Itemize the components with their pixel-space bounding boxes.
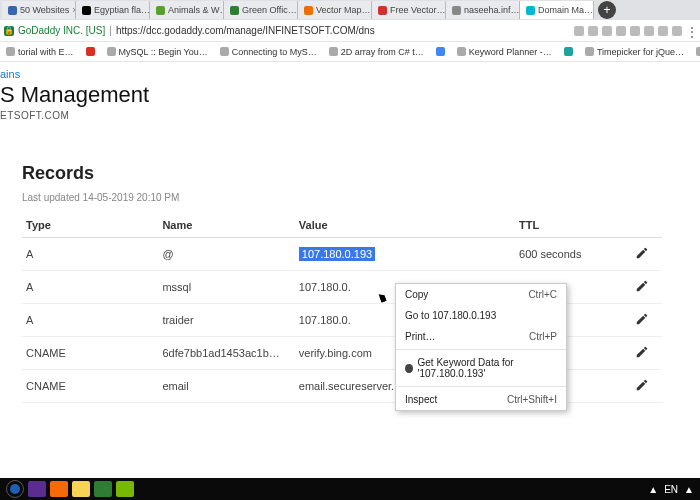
bookmark-favicon xyxy=(107,47,116,56)
svg-point-0 xyxy=(10,484,20,494)
taskbar-app-explorer[interactable] xyxy=(72,481,90,497)
bookmark-item[interactable]: torial with E… xyxy=(6,47,74,57)
bookmark-item[interactable] xyxy=(564,47,573,56)
records-last-updated: Last updated 14-05-2019 20:10 PM xyxy=(22,192,688,203)
edit-icon[interactable] xyxy=(631,370,663,403)
bookmark-label: 2D array from C# t… xyxy=(341,47,424,57)
context-menu-label: Copy xyxy=(405,289,428,300)
bookmark-item[interactable]: 2D array from C# t… xyxy=(329,47,424,57)
favicon xyxy=(304,6,313,15)
edit-icon[interactable] xyxy=(631,337,663,370)
ext-icon[interactable] xyxy=(644,26,654,36)
bookmark-favicon xyxy=(696,47,700,56)
bookmark-item[interactable]: MySQL :: Begin You… xyxy=(107,47,208,57)
tray-arrow-icon[interactable]: ▲ xyxy=(684,484,694,495)
context-menu-item[interactable]: Go to 107.180.0.193 xyxy=(396,305,566,326)
context-menu: CopyCtrl+CGo to 107.180.0.193Print…Ctrl+… xyxy=(395,283,567,411)
bookmark-item[interactable]: How to access Goo… xyxy=(696,47,700,57)
cell-type: A xyxy=(22,238,158,271)
taskbar-app-vs[interactable] xyxy=(28,481,46,497)
tray-arrow-icon[interactable]: ▲ xyxy=(648,484,658,495)
cell-type: CNAME xyxy=(22,337,158,370)
edit-icon[interactable] xyxy=(631,238,663,271)
context-menu-item[interactable]: Get Keyword Data for '107.180.0.193' xyxy=(396,352,566,384)
bookmark-label: torial with E… xyxy=(18,47,74,57)
system-tray[interactable]: ▲ EN ▲ xyxy=(648,484,694,495)
secure-origin-label: GoDaddy INC. [US] xyxy=(18,25,105,36)
start-button[interactable] xyxy=(6,480,24,498)
browser-menu-icon[interactable]: ⋮ xyxy=(686,26,696,36)
url-separator: | xyxy=(109,25,112,36)
browser-tab[interactable]: Free Vector…× xyxy=(372,1,446,19)
context-menu-label: Get Keyword Data for '107.180.0.193' xyxy=(418,357,557,379)
tab-label: 50 Websites xyxy=(20,5,69,15)
context-menu-shortcut: Ctrl+Shift+I xyxy=(507,394,557,405)
bookmark-favicon xyxy=(220,47,229,56)
browser-tab[interactable]: Egyptian fla…× xyxy=(76,1,150,19)
browser-tab-strip: 50 Websites×Egyptian fla…×Animals & W…×G… xyxy=(0,0,700,20)
bookmark-item[interactable]: Connecting to MyS… xyxy=(220,47,317,57)
favicon xyxy=(526,6,535,15)
tab-label: Vector Map… xyxy=(316,5,371,15)
browser-tab[interactable]: Animals & W…× xyxy=(150,1,224,19)
ext-icon[interactable] xyxy=(574,26,584,36)
col-value: Value xyxy=(295,213,515,238)
page-content: ains S Management ETSOFT.COM Records Las… xyxy=(0,62,700,478)
edit-icon[interactable] xyxy=(631,271,663,304)
cell-name: mssql xyxy=(158,271,294,304)
ext-icon[interactable] xyxy=(616,26,626,36)
new-tab-button[interactable]: + xyxy=(598,1,616,19)
context-menu-item[interactable]: CopyCtrl+C xyxy=(396,284,566,305)
ext-icon[interactable] xyxy=(588,26,598,36)
lock-icon: 🔒 xyxy=(4,26,14,36)
taskbar-app-vlc[interactable] xyxy=(50,481,68,497)
bookmark-favicon xyxy=(86,47,95,56)
col-name: Name xyxy=(158,213,294,238)
tab-label: naseeha.inf… xyxy=(464,5,520,15)
ext-icon[interactable] xyxy=(630,26,640,36)
bookmark-item[interactable] xyxy=(86,47,95,56)
cell-name: traider xyxy=(158,304,294,337)
ext-icon[interactable] xyxy=(602,26,612,36)
col-ttl: TTL xyxy=(515,213,630,238)
table-row: A@107.180.0.193600 seconds xyxy=(22,238,662,271)
breadcrumb[interactable]: ains xyxy=(0,68,688,80)
context-menu-item[interactable]: InspectCtrl+Shift+I xyxy=(396,389,566,410)
edit-icon[interactable] xyxy=(631,304,663,337)
taskbar-app-green[interactable] xyxy=(94,481,112,497)
cell-name: @ xyxy=(158,238,294,271)
ext-icon[interactable] xyxy=(672,26,682,36)
bookmark-item[interactable]: Timepicker for jQue… xyxy=(585,47,684,57)
cell-value[interactable]: 107.180.0.193 xyxy=(295,238,515,271)
tab-label: Animals & W… xyxy=(168,5,224,15)
browser-tab[interactable]: Green Offic…× xyxy=(224,1,298,19)
bookmark-favicon xyxy=(585,47,594,56)
cell-name: email xyxy=(158,370,294,403)
page-subtitle: ETSOFT.COM xyxy=(0,110,688,121)
bookmark-favicon xyxy=(329,47,338,56)
bookmark-favicon xyxy=(436,47,445,56)
favicon xyxy=(156,6,165,15)
cell-type: A xyxy=(22,304,158,337)
favicon xyxy=(8,6,17,15)
context-menu-separator xyxy=(396,386,566,387)
favicon xyxy=(230,6,239,15)
tray-lang[interactable]: EN xyxy=(664,484,678,495)
context-menu-item[interactable]: Print…Ctrl+P xyxy=(396,326,566,347)
tab-label: Free Vector… xyxy=(390,5,446,15)
browser-tab[interactable]: 50 Websites× xyxy=(2,1,76,19)
bookmark-item[interactable] xyxy=(436,47,445,56)
browser-tab[interactable]: Domain Ma…× xyxy=(520,1,594,19)
bookmark-item[interactable]: Keyword Planner -… xyxy=(457,47,552,57)
ext-icon[interactable] xyxy=(658,26,668,36)
cell-name: 6dfe7bb1ad1453ac1b… xyxy=(158,337,294,370)
url-text[interactable]: https://dcc.godaddy.com/manage/INFINETSO… xyxy=(116,25,375,36)
browser-tab[interactable]: Vector Map…× xyxy=(298,1,372,19)
browser-tab[interactable]: naseeha.inf…× xyxy=(446,1,520,19)
taskbar-app-nvidia[interactable] xyxy=(116,481,134,497)
extension-icons: ⋮ xyxy=(574,26,696,36)
bookmark-label: Keyword Planner -… xyxy=(469,47,552,57)
bookmark-favicon xyxy=(6,47,15,56)
favicon xyxy=(82,6,91,15)
tab-label: Green Offic… xyxy=(242,5,297,15)
